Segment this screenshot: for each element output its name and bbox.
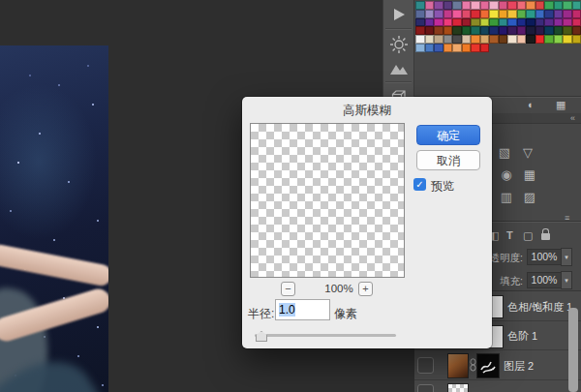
adjustments-panel-tab-icon[interactable]: ◐: [528, 100, 535, 110]
color-swatch[interactable]: [443, 1, 453, 10]
color-swatch[interactable]: [554, 18, 564, 27]
color-swatch[interactable]: [489, 1, 499, 10]
color-swatch[interactable]: [434, 1, 443, 10]
color-swatch[interactable]: [425, 26, 435, 35]
color-swatch[interactable]: [499, 1, 508, 10]
color-swatch[interactable]: [554, 26, 564, 35]
color-swatch[interactable]: [507, 26, 517, 35]
color-swatch[interactable]: [499, 18, 508, 27]
color-swatch[interactable]: [517, 35, 527, 44]
zoom-in-button[interactable]: +: [358, 282, 373, 296]
color-swatch[interactable]: [471, 26, 480, 35]
color-swatch[interactable]: [443, 18, 453, 27]
color-swatch[interactable]: [462, 35, 472, 44]
color-swatch[interactable]: [471, 1, 480, 10]
color-swatch[interactable]: [480, 1, 490, 10]
color-swatch[interactable]: [544, 18, 554, 27]
layer-row-layer2[interactable]: 图层 2: [414, 350, 581, 380]
color-swatch[interactable]: [443, 35, 453, 44]
ok-button[interactable]: 确定: [416, 125, 480, 145]
color-swatch[interactable]: [507, 18, 517, 27]
curves-adjustment-icon[interactable]: ▽: [518, 145, 537, 160]
color-swatch[interactable]: [572, 18, 581, 27]
selective-color-adjustment-icon[interactable]: ▨: [520, 190, 539, 204]
color-swatch[interactable]: [462, 18, 472, 27]
radius-slider-track[interactable]: [255, 334, 396, 337]
color-swatch[interactable]: [517, 18, 527, 27]
color-swatch[interactable]: [489, 10, 499, 18]
color-swatch[interactable]: [480, 10, 490, 18]
color-swatch[interactable]: [544, 26, 554, 35]
color-swatch[interactable]: [415, 26, 425, 35]
styles-panel-tab-icon[interactable]: ▦: [556, 100, 566, 110]
color-swatch[interactable]: [462, 1, 472, 10]
color-swatch[interactable]: [563, 26, 572, 35]
color-swatch[interactable]: [425, 1, 435, 10]
color-swatch[interactable]: [489, 26, 499, 35]
color-swatch[interactable]: [563, 1, 572, 10]
color-swatch[interactable]: [572, 1, 581, 10]
color-swatch[interactable]: [489, 35, 499, 44]
color-swatch[interactable]: [415, 44, 425, 52]
color-swatch[interactable]: [535, 10, 545, 18]
color-swatch[interactable]: [572, 26, 581, 35]
color-swatch[interactable]: [471, 35, 480, 44]
color-swatch[interactable]: [526, 35, 535, 44]
color-swatch[interactable]: [489, 18, 499, 27]
color-swatch[interactable]: [415, 1, 425, 10]
color-swatch[interactable]: [507, 35, 517, 44]
opacity-value[interactable]: 100%: [527, 249, 562, 265]
opacity-dropdown-icon[interactable]: ▾: [561, 248, 572, 266]
color-swatch[interactable]: [415, 35, 425, 44]
layer-mask-black-thumbnail[interactable]: [476, 353, 500, 378]
color-swatch[interactable]: [507, 1, 517, 10]
color-swatch[interactable]: [452, 18, 462, 27]
adjustments-dock-icon[interactable]: [383, 32, 413, 57]
color-swatch[interactable]: [471, 10, 480, 18]
filter-shape-icon[interactable]: ▢: [523, 228, 533, 242]
panel-collapse-icon[interactable]: «: [570, 113, 575, 123]
zoom-out-button[interactable]: −: [281, 282, 295, 296]
lock-icon[interactable]: [541, 233, 550, 240]
color-swatch[interactable]: [434, 18, 443, 27]
fill-dropdown-icon[interactable]: ▾: [561, 271, 572, 289]
color-swatch[interactable]: [415, 10, 425, 18]
color-swatch[interactable]: [452, 44, 462, 52]
color-swatch[interactable]: [563, 10, 572, 18]
visibility-toggle-icon[interactable]: [417, 384, 434, 392]
color-swatch[interactable]: [544, 35, 554, 44]
color-swatch[interactable]: [526, 18, 535, 27]
color-swatch[interactable]: [480, 44, 490, 52]
color-swatch[interactable]: [462, 26, 472, 35]
visibility-toggle-icon[interactable]: [417, 357, 434, 374]
color-swatch[interactable]: [535, 1, 545, 10]
color-swatch[interactable]: [480, 35, 490, 44]
color-swatch[interactable]: [554, 35, 564, 44]
filter-type-icon[interactable]: T: [506, 228, 513, 242]
preview-checkbox[interactable]: ✓: [413, 178, 426, 191]
color-swatch[interactable]: [572, 10, 581, 18]
color-swatch[interactable]: [544, 10, 554, 18]
color-swatch[interactable]: [425, 10, 435, 18]
color-swatch[interactable]: [517, 10, 527, 18]
document-canvas-image[interactable]: [0, 45, 108, 392]
color-swatch[interactable]: [554, 1, 564, 10]
color-swatch[interactable]: [535, 26, 545, 35]
color-balance-adjustment-icon[interactable]: ◉: [497, 167, 516, 182]
color-swatch[interactable]: [499, 10, 508, 18]
color-swatch[interactable]: [434, 44, 443, 52]
layer-row-partial[interactable]: [414, 380, 581, 392]
color-swatch[interactable]: [507, 10, 517, 18]
color-swatch[interactable]: [434, 10, 443, 18]
color-swatch[interactable]: [471, 18, 480, 27]
layer-image-thumbnail[interactable]: [447, 353, 469, 378]
color-swatch[interactable]: [535, 35, 545, 44]
color-swatch[interactable]: [526, 26, 535, 35]
color-swatch[interactable]: [443, 44, 453, 52]
color-swatch[interactable]: [526, 1, 535, 10]
color-swatch[interactable]: [526, 10, 535, 18]
color-swatch[interactable]: [425, 18, 435, 27]
radius-slider-thumb[interactable]: [256, 331, 267, 342]
color-swatch[interactable]: [462, 44, 472, 52]
color-swatch[interactable]: [443, 26, 453, 35]
